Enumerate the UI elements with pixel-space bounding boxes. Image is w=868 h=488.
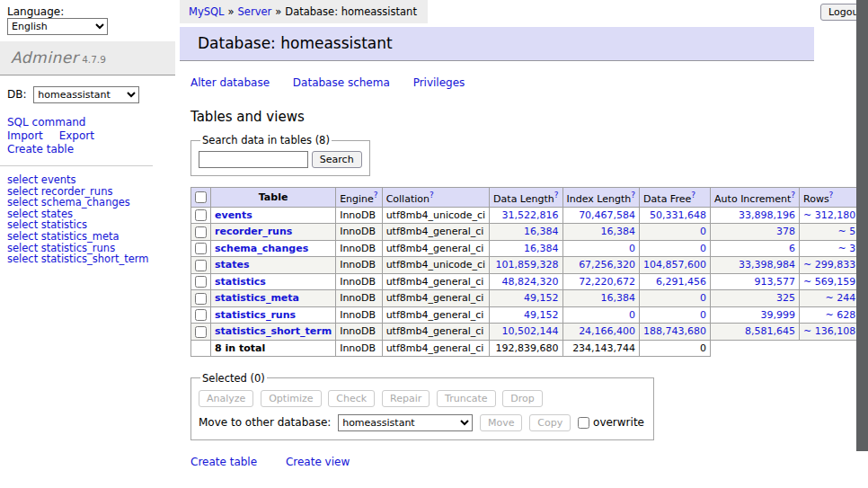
table-link[interactable]: statistics_runs: [215, 309, 296, 321]
auto-increment-link[interactable]: 325: [776, 292, 795, 304]
auto-increment-link[interactable]: 913,577: [755, 276, 796, 288]
engine-cell: InnoDB: [336, 273, 382, 290]
copy-button[interactable]: Copy: [529, 414, 571, 431]
data-free-link[interactable]: 188,743,680: [643, 325, 706, 337]
vertical-scrollbar[interactable]: [856, 0, 868, 488]
data-length-link[interactable]: 101,859,328: [496, 259, 559, 271]
data-length-link[interactable]: 49,152: [524, 292, 559, 304]
scrollbar-thumb[interactable]: [856, 0, 868, 451]
index-length-link[interactable]: 72,220,672: [579, 276, 635, 288]
row-checkbox[interactable]: [195, 326, 207, 338]
sidebar-item-select-events[interactable]: select events: [7, 174, 168, 186]
data-free-link[interactable]: 104,857,600: [643, 259, 706, 271]
data-free-link[interactable]: 6,291,456: [656, 276, 706, 288]
analyze-button[interactable]: Analyze: [199, 390, 253, 407]
overwrite-checkbox[interactable]: [578, 417, 589, 429]
data-length-link[interactable]: 49,152: [524, 309, 559, 321]
index-length-link[interactable]: 24,166,400: [579, 325, 635, 337]
database-schema-link[interactable]: Database schema: [293, 76, 390, 89]
auto-increment-link[interactable]: 378: [776, 226, 795, 237]
drop-button[interactable]: Drop: [502, 390, 542, 407]
overwrite-label[interactable]: overwrite: [593, 416, 644, 429]
sidebar-item-select-schema-changes[interactable]: select schema_changes: [7, 197, 168, 209]
page-title: Database: homeassistant: [180, 27, 814, 61]
rows-count-link[interactable]: ~ 136,108: [803, 325, 855, 337]
row-checkbox[interactable]: [195, 276, 207, 288]
index-length-link[interactable]: 0: [629, 243, 635, 254]
sidebar-link-import[interactable]: Import: [7, 129, 43, 142]
data-length-link[interactable]: 16,384: [524, 243, 559, 254]
move-button[interactable]: Move: [480, 414, 523, 431]
index-length-help-link[interactable]: ?: [631, 191, 635, 200]
rows-count-link[interactable]: ~ 628: [825, 309, 855, 321]
data-free-help-link[interactable]: ?: [691, 191, 695, 200]
privileges-link[interactable]: Privileges: [413, 76, 465, 89]
truncate-button[interactable]: Truncate: [437, 390, 495, 407]
check-button[interactable]: Check: [328, 390, 375, 407]
auto-increment-link[interactable]: 39,999: [761, 309, 796, 321]
language-select[interactable]: English: [7, 18, 108, 35]
create-view-link[interactable]: Create view: [286, 456, 350, 468]
auto-increment-help-link[interactable]: ?: [791, 191, 795, 200]
data-length-link[interactable]: 10,502,144: [502, 325, 559, 337]
index-length-link[interactable]: 16,384: [601, 226, 636, 237]
table-link[interactable]: statistics: [215, 276, 266, 288]
auto-increment-link[interactable]: 33,398,984: [739, 259, 795, 271]
search-input[interactable]: [199, 151, 308, 168]
db-select[interactable]: homeassistant: [33, 86, 139, 103]
sidebar-link-export[interactable]: Export: [59, 129, 94, 142]
db-selector-row: DB: homeassistant: [0, 75, 175, 103]
collation-help-link[interactable]: ?: [430, 191, 434, 200]
sidebar-item-select-statistics-short-term[interactable]: select statistics_short_term: [7, 253, 168, 265]
data-free-link[interactable]: 50,331,648: [650, 209, 706, 221]
table-link[interactable]: recorder_runs: [215, 226, 292, 237]
index-length-link[interactable]: 0: [629, 309, 635, 321]
data-free-link[interactable]: 0: [700, 243, 706, 254]
data-length-help-link[interactable]: ?: [554, 191, 559, 200]
data-length-link[interactable]: 16,384: [524, 226, 559, 237]
auto-increment-link[interactable]: 8,581,645: [745, 325, 795, 337]
auto-increment-link[interactable]: 33,898,196: [739, 209, 795, 221]
data-free-link[interactable]: 0: [700, 292, 706, 304]
select-all-checkbox[interactable]: [195, 191, 207, 203]
auto-increment-link[interactable]: 6: [789, 243, 795, 254]
breadcrumb-server[interactable]: Server: [238, 5, 272, 18]
table-link[interactable]: statistics_meta: [215, 292, 299, 304]
row-checkbox[interactable]: [195, 293, 207, 305]
data-length-link[interactable]: 31,522,816: [502, 209, 559, 221]
rows-count-link[interactable]: ~ 5: [837, 226, 855, 237]
row-checkbox[interactable]: [195, 243, 207, 254]
index-length-link[interactable]: 67,256,320: [579, 259, 635, 271]
move-database-select[interactable]: homeassistant: [338, 414, 473, 431]
data-length-link[interactable]: 48,824,320: [502, 276, 559, 288]
alter-database-link[interactable]: Alter database: [190, 76, 270, 89]
table-link[interactable]: states: [215, 259, 250, 271]
sidebar-link-sql-command[interactable]: SQL command: [7, 116, 85, 129]
index-length-link[interactable]: 70,467,584: [579, 209, 635, 221]
data-free-link[interactable]: 0: [700, 309, 706, 321]
app-logo[interactable]: Adminer4.7.9: [0, 41, 175, 75]
index-length-link[interactable]: 16,384: [601, 292, 636, 304]
rows-count-link[interactable]: ~ 569,159: [803, 276, 855, 288]
table-link[interactable]: statistics_short_term: [215, 325, 332, 337]
repair-button[interactable]: Repair: [382, 390, 430, 407]
create-table-link[interactable]: Create table: [190, 456, 257, 468]
optimize-button[interactable]: Optimize: [261, 390, 321, 407]
row-checkbox[interactable]: [195, 260, 207, 271]
table-link[interactable]: schema_changes: [215, 243, 308, 254]
row-checkbox[interactable]: [195, 209, 207, 221]
row-checkbox[interactable]: [195, 226, 207, 238]
sidebar-link-create-table[interactable]: Create table: [7, 143, 74, 155]
rows-count-link[interactable]: ~ 299,833: [803, 259, 855, 271]
rows-help-link[interactable]: ?: [829, 191, 834, 200]
rows-count-link[interactable]: ~ 3: [837, 243, 855, 254]
row-checkbox[interactable]: [195, 309, 207, 321]
breadcrumb-mysql[interactable]: MySQL: [189, 5, 225, 18]
sidebar-item-select-statistics-meta[interactable]: select statistics_meta: [7, 231, 168, 243]
rows-count-link[interactable]: ~ 312,180: [803, 209, 855, 221]
search-button[interactable]: Search: [312, 151, 362, 168]
engine-help-link[interactable]: ?: [374, 191, 378, 200]
rows-count-link[interactable]: ~ 244: [825, 292, 855, 304]
table-link[interactable]: events: [215, 209, 252, 221]
data-free-link[interactable]: 0: [700, 226, 706, 237]
